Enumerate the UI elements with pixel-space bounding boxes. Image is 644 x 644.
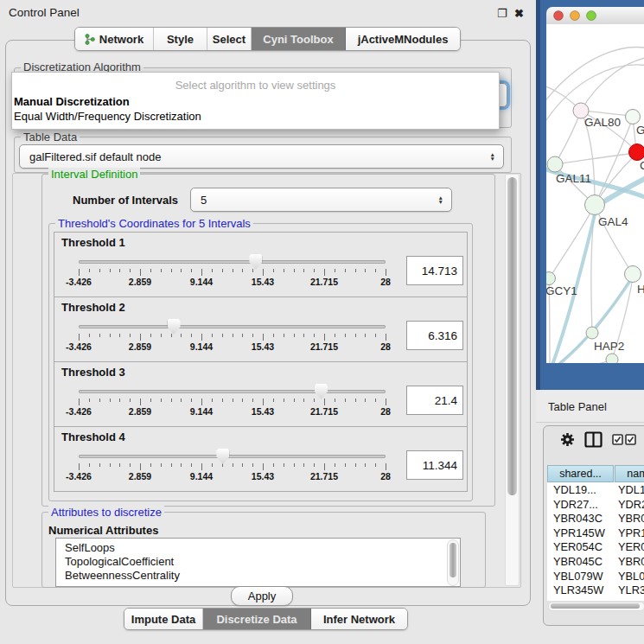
network-view[interactable]: GAL80G.CGAL11GAL4GCY1HHAP2 bbox=[546, 24, 644, 363]
zoom-window-icon[interactable] bbox=[587, 11, 596, 21]
table-row[interactable]: YBL079WYBL0 bbox=[547, 569, 644, 583]
threshold-slider-handle[interactable] bbox=[249, 254, 262, 270]
tick-mark bbox=[150, 463, 151, 467]
tick-mark bbox=[355, 334, 356, 337]
tick-mark bbox=[273, 269, 274, 272]
attribute-list-item[interactable]: SelfLoops bbox=[56, 541, 460, 555]
tick-mark bbox=[191, 334, 192, 337]
threshold-value-field[interactable]: 6.316 bbox=[406, 321, 463, 350]
apply-button[interactable]: Apply bbox=[231, 586, 293, 606]
tab-style[interactable]: Style bbox=[154, 28, 207, 50]
number-of-intervals-combobox[interactable]: 5 ▲▼ bbox=[190, 188, 452, 212]
minimize-window-icon[interactable] bbox=[571, 11, 580, 21]
network-node-hap2[interactable] bbox=[586, 327, 598, 339]
tick-mark bbox=[181, 269, 182, 272]
threshold-slider-handle[interactable] bbox=[168, 319, 181, 335]
network-node[interactable] bbox=[606, 354, 618, 363]
table-row[interactable]: YBR045CYBR0 bbox=[547, 554, 644, 569]
select-rows-icon[interactable] bbox=[625, 434, 636, 448]
tick-label: 9.144 bbox=[174, 406, 229, 417]
table-row[interactable]: YPR145WYPR1 bbox=[547, 526, 644, 540]
select-columns-icon[interactable] bbox=[612, 434, 623, 448]
tick-label: 28 bbox=[358, 471, 413, 481]
network-node-gal11[interactable] bbox=[547, 156, 563, 172]
numerical-attributes-list[interactable]: SelfLoopsTopologicalCoefficientBetweenne… bbox=[55, 538, 461, 587]
settings-scrollbar[interactable] bbox=[505, 174, 520, 586]
table-settings-gear-icon[interactable] bbox=[560, 432, 575, 450]
threshold-slider-track[interactable] bbox=[79, 260, 386, 264]
control-panel-tabs: Network Style Select Cyni Toolbox jActiv… bbox=[74, 27, 461, 51]
column-header-shared-name[interactable]: shared... bbox=[547, 465, 614, 482]
threshold-slider-track[interactable] bbox=[79, 325, 386, 328]
network-node-c[interactable] bbox=[629, 144, 644, 161]
threshold-value-field[interactable]: 11.344 bbox=[406, 450, 463, 480]
table-row[interactable]: YIL052CYIL0 bbox=[547, 597, 644, 601]
table-row[interactable]: YDL19...YDL1 bbox=[547, 482, 644, 497]
table-row[interactable]: YBR043CYBR0 bbox=[547, 511, 644, 526]
threshold-slider-handle[interactable] bbox=[216, 449, 229, 464]
attribute-list-item[interactable]: BetweennessCentrality bbox=[56, 569, 460, 583]
cell-name: YBR0 bbox=[618, 554, 644, 569]
network-node-label: GAL11 bbox=[556, 172, 591, 185]
network-edge[interactable] bbox=[555, 153, 636, 164]
tick-mark bbox=[355, 463, 356, 467]
tab-impute-data[interactable]: Impute Data bbox=[124, 609, 203, 629]
network-node-label: G. bbox=[636, 124, 644, 137]
threshold-value-field[interactable]: 14.713 bbox=[406, 256, 463, 285]
close-panel-icon[interactable]: ✖ bbox=[514, 7, 524, 20]
tick-mark bbox=[222, 269, 223, 272]
tab-cyni-toolbox[interactable]: Cyni Toolbox bbox=[252, 28, 346, 50]
network-edge[interactable] bbox=[546, 48, 644, 106]
tick-mark bbox=[161, 269, 162, 272]
tick-label: 2.859 bbox=[112, 341, 168, 352]
table-data-title: Table Data bbox=[21, 131, 80, 143]
table-data-combobox[interactable]: galFiltered.sif default node ▲▼ bbox=[19, 144, 504, 169]
tick-mark bbox=[303, 399, 304, 402]
network-node-h[interactable] bbox=[625, 266, 641, 283]
attributes-list-scrollbar[interactable] bbox=[447, 539, 459, 586]
tab-discretize-data[interactable]: Discretize Data bbox=[203, 609, 311, 629]
tab-network[interactable]: Network bbox=[75, 28, 154, 50]
close-window-icon[interactable] bbox=[554, 11, 564, 21]
table-row[interactable]: YDR27...YDR2 bbox=[547, 497, 644, 512]
node-table[interactable]: YDL19...YDL1YDR27...YDR2YBR043CYBR0YPR14… bbox=[547, 482, 644, 601]
threshold-value-field[interactable]: 21.4 bbox=[406, 386, 463, 415]
network-node-g[interactable] bbox=[626, 110, 641, 124]
cell-name: YLR3 bbox=[618, 583, 644, 597]
threshold-slider-track[interactable] bbox=[79, 455, 386, 458]
network-edge[interactable] bbox=[555, 111, 581, 164]
attribute-list-item[interactable]: TopologicalCoefficient bbox=[56, 555, 460, 569]
cell-shared-name: YPR145W bbox=[553, 526, 605, 540]
network-node-gcy1[interactable] bbox=[546, 272, 556, 285]
thresholds-group-title: Threshold's Coordinates for 5 Intervals bbox=[55, 217, 253, 230]
settings-scrollbar-thumb[interactable] bbox=[507, 177, 517, 495]
tick-label: 2.859 bbox=[112, 406, 168, 417]
tick-mark bbox=[365, 334, 366, 337]
tick-mark bbox=[294, 334, 295, 337]
table-row[interactable]: YLR345WYLR3 bbox=[547, 583, 644, 597]
float-panel-icon[interactable]: ❐ bbox=[497, 7, 507, 20]
tick-mark bbox=[242, 463, 243, 467]
popup-item-equal-width-frequency[interactable]: Equal Width/Frequency Discretization bbox=[14, 110, 201, 123]
tick-mark bbox=[233, 463, 233, 467]
tab-infer-network[interactable]: Infer Network bbox=[311, 609, 407, 629]
tick-mark bbox=[355, 399, 356, 402]
tick-mark bbox=[119, 269, 120, 272]
tick-mark bbox=[119, 334, 120, 337]
tab-jactivemnodules[interactable]: jActiveMNodules bbox=[346, 28, 460, 50]
table-hscrollbar[interactable] bbox=[548, 602, 644, 611]
traffic-lights[interactable] bbox=[546, 7, 614, 24]
network-window-titlebar[interactable] bbox=[546, 7, 644, 25]
tick-mark bbox=[252, 463, 253, 467]
column-header-name[interactable]: name bbox=[615, 465, 644, 482]
tick-mark bbox=[171, 269, 172, 272]
popup-item-manual-discretization[interactable]: Manual Discretization bbox=[14, 95, 130, 108]
table-row[interactable]: YER054CYER0 bbox=[547, 539, 644, 554]
tick-mark bbox=[365, 463, 366, 467]
tab-select[interactable]: Select bbox=[207, 28, 252, 50]
threshold-slider-track[interactable] bbox=[79, 390, 386, 393]
threshold-slider-handle[interactable] bbox=[315, 384, 328, 399]
tick-mark bbox=[386, 399, 386, 405]
network-node-gal4[interactable] bbox=[585, 195, 605, 215]
split-columns-icon[interactable] bbox=[584, 430, 603, 451]
